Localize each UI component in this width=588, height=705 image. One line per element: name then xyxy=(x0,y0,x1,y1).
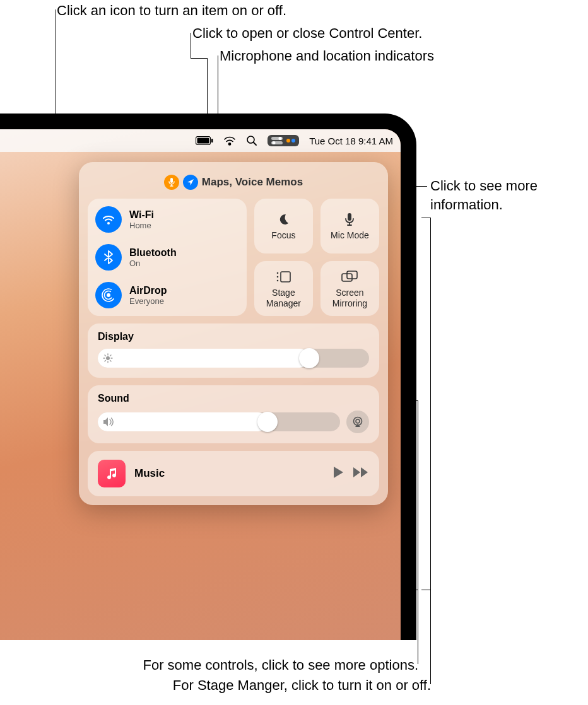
bracket-outer xyxy=(430,218,431,590)
leader-bottom2 xyxy=(430,590,431,684)
battery-icon[interactable] xyxy=(196,136,213,145)
bluetooth-subtitle: On xyxy=(129,259,177,268)
svg-point-3 xyxy=(229,143,231,145)
svg-point-11 xyxy=(107,222,110,224)
menubar-datetime[interactable]: Tue Oct 18 9:41 AM xyxy=(309,136,393,146)
play-button[interactable] xyxy=(332,466,344,481)
airdrop-icon[interactable] xyxy=(95,282,122,308)
svg-line-30 xyxy=(110,355,112,356)
sound-slider[interactable] xyxy=(98,412,340,431)
bluetooth-row[interactable]: Bluetooth On xyxy=(95,244,239,271)
airplay-audio-button[interactable] xyxy=(346,411,369,433)
menubar: Tue Oct 18 9:41 AM xyxy=(0,129,401,152)
airdrop-title: AirDrop xyxy=(129,285,167,296)
control-center-panel: Maps, Voice Memos Wi-Fi Home xyxy=(79,162,388,505)
mic-icon xyxy=(344,211,355,228)
svg-rect-2 xyxy=(211,139,213,143)
svg-rect-16 xyxy=(281,272,290,282)
svg-point-18 xyxy=(277,276,279,278)
control-center-icon xyxy=(271,137,283,144)
leader-open-h xyxy=(191,58,207,59)
bracket-outer-top xyxy=(421,218,430,218)
callout-bottom1: For some controls, click to see more opt… xyxy=(59,656,418,675)
brightness-icon xyxy=(103,353,113,363)
privacy-indicator-row[interactable]: Maps, Voice Memos xyxy=(88,171,379,199)
callout-bottom2: For Stage Manger, click to turn it on or… xyxy=(59,676,431,695)
bluetooth-title: Bluetooth xyxy=(129,247,177,259)
next-track-button[interactable] xyxy=(353,467,369,481)
callout-more-info-1: Click to see more xyxy=(430,177,538,195)
mic-mode-tile[interactable]: Mic Mode xyxy=(320,199,379,253)
sound-module[interactable]: Sound xyxy=(88,385,379,443)
focus-label: Focus xyxy=(271,230,295,240)
wifi-subtitle: Home xyxy=(129,221,154,230)
leader-bottom1 xyxy=(418,590,418,664)
svg-point-4 xyxy=(247,136,254,143)
svg-rect-1 xyxy=(197,138,209,144)
svg-point-7 xyxy=(279,137,282,140)
sound-slider-knob[interactable] xyxy=(257,412,278,432)
airplay-icon xyxy=(351,416,364,428)
display-slider-knob[interactable] xyxy=(299,348,319,368)
control-center-menubar-button[interactable] xyxy=(268,135,299,146)
airdrop-subtitle: Everyone xyxy=(129,296,167,306)
mic-pill-icon xyxy=(164,175,179,190)
airdrop-row[interactable]: AirDrop Everyone xyxy=(95,282,239,308)
tiles-grid: Focus Mic Mode Stage Manager xyxy=(254,199,379,316)
connectivity-module[interactable]: Wi-Fi Home Bluetooth On xyxy=(88,199,247,316)
bluetooth-icon[interactable] xyxy=(95,244,122,271)
screen-mirroring-tile[interactable]: Screen Mirroring xyxy=(320,261,379,316)
wifi-menubar-icon[interactable] xyxy=(223,136,236,146)
stage-manager-icon xyxy=(275,269,291,285)
focus-tile[interactable]: Focus xyxy=(254,199,313,253)
screen-mirroring-icon xyxy=(341,269,358,285)
display-slider[interactable] xyxy=(98,349,369,368)
mic-mode-label: Mic Mode xyxy=(331,230,369,240)
svg-rect-10 xyxy=(170,178,173,183)
screen-mirroring-label: Screen Mirroring xyxy=(323,288,377,308)
svg-point-9 xyxy=(273,141,276,144)
svg-rect-15 xyxy=(348,213,351,221)
bracket-inner xyxy=(418,400,418,590)
svg-point-22 xyxy=(106,356,110,360)
moon-icon xyxy=(277,211,290,228)
callout-indicators: Microphone and location indicators xyxy=(220,47,434,66)
location-indicator-dot xyxy=(291,139,295,143)
display-label: Display xyxy=(98,331,369,342)
leader-open-v1 xyxy=(191,33,191,58)
stage-manager-tile[interactable]: Stage Manager xyxy=(254,261,313,316)
device-bezel: Tue Oct 18 9:41 AM Maps, Voice Memos xyxy=(0,114,416,640)
svg-point-19 xyxy=(277,280,279,282)
callout-more-info-2: information. xyxy=(430,195,503,214)
control-center-grid: Wi-Fi Home Bluetooth On xyxy=(88,199,379,316)
spotlight-icon[interactable] xyxy=(246,135,257,146)
device-screen: Tue Oct 18 9:41 AM Maps, Voice Memos xyxy=(0,129,401,640)
mic-indicator-dot xyxy=(286,139,290,143)
music-app-icon xyxy=(98,460,126,487)
location-pill-icon xyxy=(183,175,198,190)
callout-toggle: Click an icon to turn an item on or off. xyxy=(57,1,286,20)
wifi-row[interactable]: Wi-Fi Home xyxy=(95,206,239,233)
svg-line-27 xyxy=(105,355,106,356)
svg-line-28 xyxy=(110,361,112,362)
stage-manager-label: Stage Manager xyxy=(257,288,310,308)
callout-open-close: Click to open or close Control Center. xyxy=(192,24,422,43)
volume-icon xyxy=(103,417,114,427)
svg-point-17 xyxy=(277,272,279,274)
privacy-apps-text: Maps, Voice Memos xyxy=(202,176,303,189)
bracket-outer-bot xyxy=(421,590,430,590)
svg-line-29 xyxy=(105,361,106,362)
display-module[interactable]: Display xyxy=(88,323,379,378)
wifi-icon[interactable] xyxy=(95,206,122,233)
svg-point-32 xyxy=(356,419,360,423)
now-playing-module[interactable]: Music xyxy=(88,451,379,496)
wifi-title: Wi-Fi xyxy=(129,209,154,221)
music-title: Music xyxy=(134,467,324,480)
sound-label: Sound xyxy=(98,393,369,404)
svg-point-12 xyxy=(107,293,110,297)
svg-line-5 xyxy=(254,143,256,145)
